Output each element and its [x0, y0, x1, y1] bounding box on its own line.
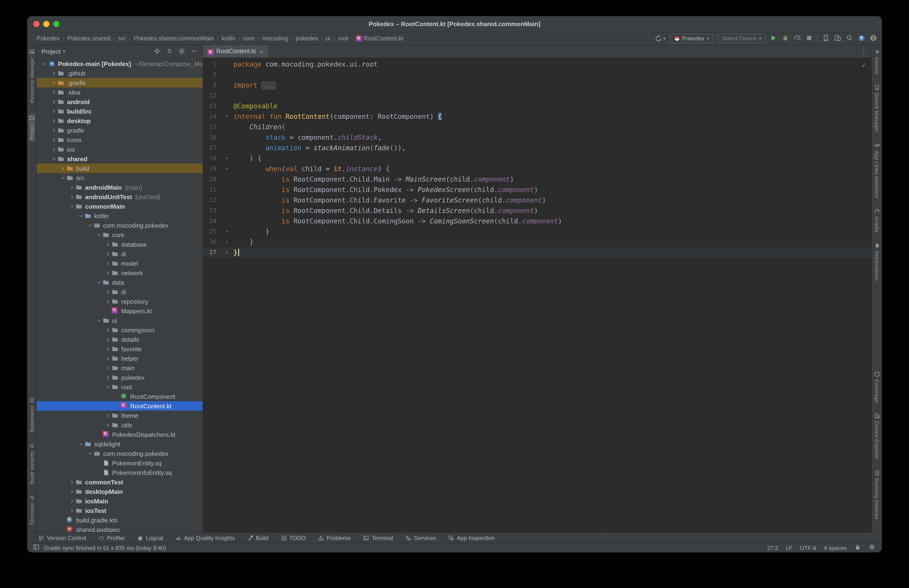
- tree-expand-toggle[interactable]: [50, 99, 58, 104]
- breadcrumb-item-mocoding[interactable]: mocoding: [261, 35, 289, 42]
- toolwindow-bar-version-control[interactable]: Version Control: [39, 535, 86, 541]
- tree-expand-toggle[interactable]: [87, 223, 94, 228]
- tree-expand-toggle[interactable]: [105, 422, 112, 428]
- settings-button[interactable]: [178, 47, 186, 56]
- tree-expand-toggle[interactable]: [68, 498, 76, 504]
- breadcrumb-item-kotlin[interactable]: kotlin: [221, 35, 236, 42]
- breadcrumb-item-pokedex-shared-commonmain[interactable]: Pokedex.shared.commonMain: [132, 35, 215, 42]
- code-line-25[interactable]: 25 }: [203, 226, 872, 237]
- code-line-14[interactable]: 14internal fun RootContent(component: Ro…: [203, 111, 872, 122]
- tree-expand-toggle[interactable]: [50, 156, 58, 162]
- toolwindow-bar-app-inspection[interactable]: App Inspection: [448, 535, 495, 541]
- tree-expand-toggle[interactable]: [50, 147, 58, 152]
- gutter-line-number[interactable]: 21: [203, 184, 216, 195]
- code-line-22[interactable]: 22 is RootComponent.Child.Favorite -> Fa…: [203, 195, 872, 205]
- debug-button[interactable]: [781, 34, 789, 43]
- device-manager-button[interactable]: [822, 34, 830, 43]
- toolwindow-button-gemini[interactable]: Gemini: [874, 49, 880, 74]
- code-line-12[interactable]: 12: [203, 90, 872, 101]
- tree-expand-toggle[interactable]: [105, 365, 112, 370]
- tree-item-ios[interactable]: ios: [37, 144, 202, 154]
- gutter-line-number[interactable]: 19: [203, 163, 216, 174]
- tree-item-rootcontent-kt[interactable]: KRootContent.kt: [37, 401, 202, 411]
- tree-expand-toggle[interactable]: [105, 270, 112, 275]
- tree-expand-toggle[interactable]: [105, 346, 112, 352]
- tree-item-ui[interactable]: ui: [37, 316, 202, 325]
- tree-expand-toggle[interactable]: [41, 61, 48, 66]
- toolwindow-bar-app-quality-insights[interactable]: App Quality Insights: [176, 535, 235, 541]
- tree-item-pokedex-main-pokedex[interactable]: Pokedex-main [Pokedex]~/Desktop/Compose_…: [37, 59, 202, 68]
- tree-expand-toggle[interactable]: [105, 289, 112, 294]
- gutter-line-number[interactable]: 24: [203, 216, 216, 226]
- tree-expand-toggle[interactable]: [105, 327, 112, 333]
- code-line-26[interactable]: 26 }: [203, 237, 872, 247]
- tree-item-androidmain[interactable]: androidMain[main]: [37, 183, 202, 192]
- zoom-window-button[interactable]: [53, 21, 60, 27]
- gutter-line-number[interactable]: 1: [203, 59, 216, 69]
- tree-expand-toggle[interactable]: [50, 80, 58, 85]
- tree-item-icons[interactable]: icons: [37, 135, 202, 144]
- tree-item-buildsrc[interactable]: buildSrc: [37, 107, 202, 116]
- tree-item-mappers-kt[interactable]: KMappers.kt: [37, 306, 202, 316]
- gutter-line-number[interactable]: 17: [203, 142, 216, 153]
- tree-item-root[interactable]: root: [37, 382, 202, 392]
- toolwindow-bar-logcat[interactable]: Logcat: [137, 535, 163, 541]
- hide-button[interactable]: [191, 47, 198, 56]
- avatar-button[interactable]: [870, 34, 877, 43]
- breadcrumb-item-com[interactable]: com: [242, 35, 255, 42]
- code-line-23[interactable]: 23 is RootComponent.Child.Details -> Det…: [203, 205, 872, 216]
- gutter-fold-area[interactable]: [216, 114, 233, 119]
- gutter-line-number[interactable]: 12: [203, 90, 216, 101]
- tree-expand-toggle[interactable]: [68, 480, 76, 485]
- update-button[interactable]: [858, 34, 865, 43]
- gutter-line-number[interactable]: 14: [203, 111, 216, 122]
- code-line-17[interactable]: 17 animation = stackAnimation(fade()),: [203, 142, 872, 153]
- tree-item-iostest[interactable]: iosTest: [37, 506, 202, 515]
- tree-expand-toggle[interactable]: [68, 194, 76, 199]
- tree-expand-toggle[interactable]: [68, 508, 76, 513]
- code-line-3[interactable]: 3import ...: [203, 80, 872, 90]
- toolwindow-button-project[interactable]: Project: [28, 114, 35, 141]
- code-line-24[interactable]: 24 is RootComponent.Child.ComingSoon -> …: [203, 216, 872, 226]
- tree-expand-toggle[interactable]: [105, 384, 112, 389]
- tree-item-pokemonentity-sq[interactable]: PokemonEntity.sq: [37, 458, 202, 468]
- toolwindow-button-notifications[interactable]: Notifications: [874, 243, 880, 281]
- gutter-line-number[interactable]: 22: [203, 195, 216, 205]
- toolwindow-button-gradle[interactable]: Gradle: [874, 208, 880, 233]
- tree-item-com-mocoding-pokedex[interactable]: com.mocoding.pokedex: [37, 449, 202, 458]
- toolwindow-button-app-links-assistant[interactable]: App Links Assistant: [874, 142, 880, 198]
- tree-item-iosmain[interactable]: iosMain: [37, 496, 202, 506]
- layout-icon[interactable]: [33, 544, 39, 552]
- toolwindow-button-resource-manager[interactable]: Resource Manager: [29, 49, 34, 103]
- tree-item-android[interactable]: android: [37, 97, 202, 107]
- tree-item-pokedexdispatchers-kt[interactable]: KPokedexDispatchers.kt: [37, 430, 202, 439]
- tree-item-gradle[interactable]: gradle: [37, 126, 202, 135]
- toolwindow-button-running-devices[interactable]: Running Devices: [874, 470, 880, 519]
- gutter-fold-area[interactable]: [216, 229, 233, 234]
- tree-item-commonmain[interactable]: commonMain: [37, 202, 202, 211]
- breadcrumb-item-pokedex[interactable]: pokedex: [294, 35, 319, 42]
- rollback-button[interactable]: ▾: [655, 35, 665, 42]
- code-line-16[interactable]: 16 stack = component.childStack,: [203, 132, 872, 142]
- toolwindow-bar-terminal[interactable]: Terminal: [363, 535, 393, 541]
- close-window-button[interactable]: [33, 21, 39, 27]
- tree-item-sqldelight[interactable]: sqldelight: [37, 439, 202, 449]
- code-area[interactable]: 1package com.mocoding.pokedex.ui.root23i…: [203, 58, 872, 532]
- tree-expand-toggle[interactable]: [50, 128, 58, 133]
- tree-expand-toggle[interactable]: [77, 441, 85, 447]
- gutter-line-number[interactable]: 16: [203, 132, 216, 142]
- code-line-20[interactable]: 20 is RootComponent.Child.Main -> MainSc…: [203, 174, 872, 184]
- project-view-selector[interactable]: Project ▾: [41, 48, 65, 55]
- toolwindow-bar-services[interactable]: Services: [405, 535, 436, 541]
- tree-item-androidunittest[interactable]: androidUnitTest[unitTest]: [37, 192, 202, 202]
- file-encoding[interactable]: UTF-8: [800, 544, 816, 551]
- gutter-line-number[interactable]: 15: [203, 122, 216, 132]
- tree-item-di[interactable]: di: [37, 287, 202, 297]
- toolwindow-button-structure[interactable]: Structure: [29, 494, 34, 525]
- tree-expand-toggle[interactable]: [68, 185, 76, 190]
- editor-options-icon[interactable]: ⋮: [856, 45, 872, 58]
- tree-expand-toggle[interactable]: [105, 375, 112, 380]
- tree-item-shared-podspec[interactable]: ∞shared.podspec: [37, 525, 202, 532]
- tree-item-shared[interactable]: shared: [37, 154, 202, 163]
- tree-item-src[interactable]: src: [37, 173, 202, 183]
